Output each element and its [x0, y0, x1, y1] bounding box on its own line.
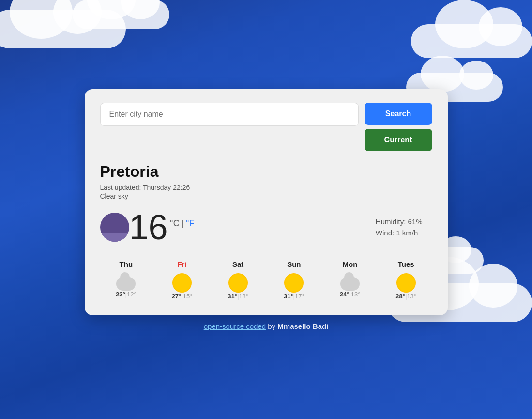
- temperature-value: 16: [129, 210, 168, 245]
- weather-card: Search Current Pretoria Last updated: Th…: [85, 89, 448, 315]
- unit-separator: |: [182, 218, 184, 229]
- current-weather-section: 16 °C | °F Humidity: 61% Wind: 1 km/h: [100, 210, 432, 245]
- sun-icon: [172, 273, 192, 293]
- weather-description: Clear sky: [100, 192, 432, 200]
- temp-range: 23°|12°: [116, 291, 137, 298]
- search-input-wrap: [100, 103, 359, 126]
- temp-range: 31°|18°: [228, 293, 248, 300]
- footer: open-source coded by Mmasello Badi: [85, 322, 448, 330]
- main-container: Search Current Pretoria Last updated: Th…: [85, 89, 448, 330]
- temperature-unit: °C | °F: [170, 210, 195, 229]
- day-label: Mon: [343, 260, 358, 268]
- humidity-stat: Humidity: 61%: [376, 217, 423, 226]
- temp-range: 31°|17°: [284, 293, 304, 300]
- forecast-row: Thu23°|12°Fri27°|15°Sat31°|18°Sun31°|17°…: [100, 260, 432, 300]
- temp-range: 27°|15°: [172, 293, 193, 300]
- city-name: Pretoria: [100, 163, 432, 181]
- city-search-input[interactable]: [100, 103, 359, 126]
- forecast-day-mon: Mon24°|13°: [324, 260, 376, 300]
- footer-suffix: by: [266, 322, 277, 330]
- day-label: Thu: [120, 260, 133, 268]
- current-location-button[interactable]: Current: [365, 129, 432, 151]
- search-row: Search Current: [100, 103, 432, 151]
- sun-icon: [228, 273, 248, 293]
- footer-author: Mmasello Badi: [277, 322, 328, 330]
- buttons-column: Search Current: [365, 103, 432, 151]
- cloud-icon: [340, 277, 360, 291]
- day-label: Sat: [232, 260, 243, 268]
- celsius-unit[interactable]: °C: [170, 218, 180, 229]
- temperature-display: 16 °C | °F: [129, 210, 195, 245]
- forecast-day-sat: Sat31°|18°: [212, 260, 264, 300]
- cloud-icon: [116, 277, 136, 291]
- forecast-day-thu: Thu23°|12°: [100, 260, 152, 300]
- last-updated: Last updated: Thursday 22:26: [100, 184, 432, 191]
- current-weather-icon: [100, 213, 129, 242]
- open-source-link[interactable]: open-source coded: [204, 322, 266, 330]
- cloud-decoration-3: [411, 24, 532, 58]
- cloud-decoration-2: [73, 0, 169, 29]
- forecast-day-fri: Fri27°|15°: [156, 260, 208, 300]
- forecast-day-tues: Tues28°|13°: [380, 260, 432, 300]
- wind-stat: Wind: 1 km/h: [376, 229, 423, 237]
- temp-range: 28°|13°: [395, 293, 416, 300]
- fahrenheit-unit[interactable]: °F: [185, 218, 194, 229]
- temp-range: 24°|13°: [340, 291, 361, 298]
- day-label: Tues: [398, 260, 414, 268]
- weather-stats: Humidity: 61% Wind: 1 km/h: [376, 217, 432, 237]
- forecast-day-sun: Sun31°|17°: [268, 260, 320, 300]
- search-button[interactable]: Search: [365, 103, 432, 125]
- sun-icon: [396, 273, 416, 293]
- day-label: Fri: [177, 260, 186, 268]
- day-label: Sun: [287, 260, 301, 268]
- sun-icon: [284, 273, 304, 293]
